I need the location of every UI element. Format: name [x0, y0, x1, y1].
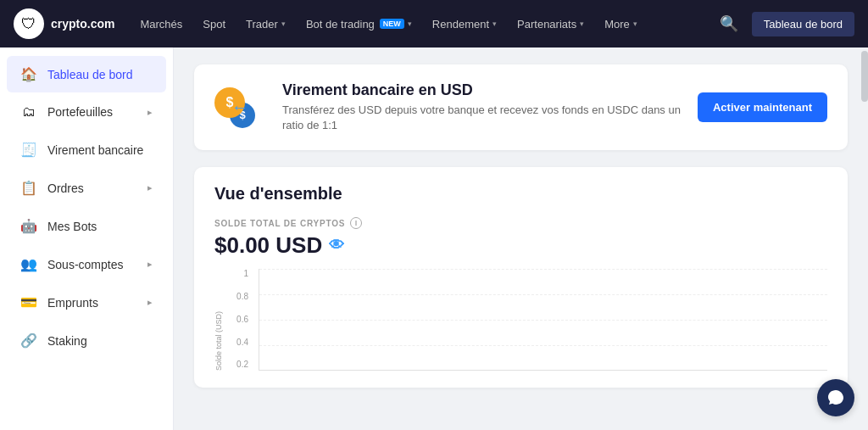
chevron-down-icon: ▾	[408, 20, 412, 28]
scrollbar-thumb[interactable]	[861, 51, 868, 102]
chevron-down-icon: ▾	[281, 20, 286, 28]
chevron-right-icon: ▸	[147, 107, 153, 118]
main-content: $ ← $ Virement bancaire en USD Transfére…	[174, 47, 868, 430]
balance-amount: $0.00 USD 👁	[214, 232, 827, 259]
search-icon[interactable]: 🔍	[713, 11, 745, 36]
chart-grid-line	[259, 294, 827, 295]
eye-icon[interactable]: 👁	[329, 237, 344, 254]
chat-bubble-button[interactable]	[817, 379, 854, 416]
chart-grid-line	[259, 269, 827, 270]
chevron-right-icon: ▸	[147, 182, 153, 193]
sub-accounts-icon: 👥	[20, 256, 37, 272]
chart-container	[259, 269, 827, 371]
balance-label: SOLDE TOTAL DE CRYPTOS i	[214, 217, 827, 229]
chart-y-axis-label: Solde total (USD)	[214, 269, 225, 371]
transfer-arrow-icon: ←	[231, 98, 248, 117]
staking-icon: 🔗	[20, 332, 37, 349]
nav-item-more[interactable]: More ▾	[596, 13, 646, 36]
nav-right-area: 🔍 Tableau de bord	[713, 11, 854, 36]
bank-icon: 🧾	[20, 142, 37, 158]
new-badge: NEW	[380, 19, 404, 29]
chart-grid-line	[259, 345, 827, 346]
banner-icons: $ ← $	[214, 87, 265, 128]
banner-card: $ ← $ Virement bancaire en USD Transfére…	[194, 64, 848, 150]
home-icon: 🏠	[20, 66, 37, 82]
sidebar-item-sous-comptes[interactable]: 👥 Sous-comptes ▸	[7, 246, 166, 282]
chevron-right-icon: ▸	[147, 259, 153, 270]
sidebar-item-tableau-de-bord[interactable]: 🏠 Tableau de bord	[7, 56, 166, 92]
chevron-down-icon: ▾	[492, 20, 497, 28]
nav-item-marches[interactable]: Marchés	[131, 13, 191, 36]
sidebar-item-ordres[interactable]: 📋 Ordres ▸	[7, 170, 166, 206]
logo-icon: 🛡	[14, 8, 44, 39]
nav-item-rendement[interactable]: Rendement ▾	[424, 13, 505, 36]
sidebar-item-mes-bots[interactable]: 🤖 Mes Bots	[7, 208, 166, 244]
chevron-down-icon: ▾	[580, 20, 584, 28]
bot-icon: 🤖	[20, 218, 37, 234]
logo-area[interactable]: 🛡 crypto.com	[14, 8, 114, 39]
nav-item-spot[interactable]: Spot	[194, 13, 234, 36]
chart-grid-line	[259, 320, 827, 321]
overview-title: Vue d'ensemble	[214, 184, 827, 204]
page-layout: 🏠 Tableau de bord 🗂 Portefeuilles ▸ 🧾 Vi…	[0, 47, 868, 430]
chart-area: Solde total (USD) 1 0.8 0.6 0.4 0.2	[214, 269, 827, 371]
chevron-right-icon: ▸	[147, 297, 153, 308]
overview-card: Vue d'ensemble SOLDE TOTAL DE CRYPTOS i …	[194, 167, 848, 388]
dashboard-button[interactable]: Tableau de bord	[752, 12, 854, 36]
orders-icon: 📋	[20, 180, 37, 196]
sidebar-item-staking[interactable]: 🔗 Staking	[7, 322, 166, 359]
loan-icon: 💳	[20, 294, 37, 310]
nav-item-bot-trading[interactable]: Bot de trading NEW ▾	[298, 13, 420, 36]
sidebar-item-emprunts[interactable]: 💳 Emprunts ▸	[7, 284, 166, 321]
wallet-icon: 🗂	[20, 104, 37, 120]
sidebar: 🏠 Tableau de bord 🗂 Portefeuilles ▸ 🧾 Vi…	[0, 47, 174, 430]
banner-text-area: Virement bancaire en USD Transférez des …	[282, 81, 681, 133]
chevron-down-icon: ▾	[633, 20, 637, 28]
sidebar-item-portefeuilles[interactable]: 🗂 Portefeuilles ▸	[7, 94, 166, 130]
chart-y-axis-values: 1 0.8 0.6 0.4 0.2	[226, 269, 252, 371]
top-navigation: 🛡 crypto.com Marchés Spot Trader ▾ Bot d…	[0, 0, 868, 47]
banner-title: Virement bancaire en USD	[282, 81, 681, 99]
nav-item-trader[interactable]: Trader ▾	[237, 13, 294, 36]
info-icon[interactable]: i	[350, 217, 362, 229]
sidebar-item-virement-bancaire[interactable]: 🧾 Virement bancaire	[7, 131, 166, 168]
activate-button[interactable]: Activer maintenant	[698, 92, 827, 122]
banner-description: Transférez des USD depuis votre banque e…	[282, 103, 681, 133]
brand-name: crypto.com	[51, 17, 114, 31]
nav-item-partenariats[interactable]: Partenariats ▾	[509, 13, 593, 36]
scrollbar-track	[861, 47, 868, 430]
